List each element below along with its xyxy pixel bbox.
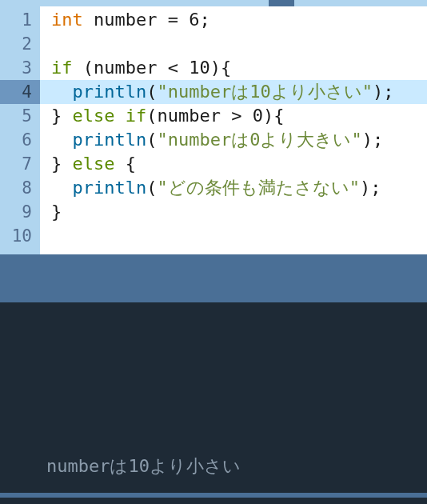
panel-divider (0, 254, 427, 302)
code-token: int (51, 10, 83, 30)
code-line[interactable]: } else if(number > 0){ (51, 104, 427, 128)
code-token (51, 178, 73, 198)
code-token (51, 130, 73, 150)
code-token: ); (362, 130, 384, 150)
code-token: > (221, 106, 253, 126)
code-token: 6 (189, 10, 199, 30)
code-token: 0 (253, 106, 263, 126)
code-token: "numberは10より小さい" (157, 82, 372, 102)
code-editor[interactable]: 12345678910 int number = 6;if (number < … (0, 0, 427, 254)
code-token: number (94, 10, 157, 30)
code-token: = (157, 10, 189, 30)
code-token: ); (360, 178, 381, 198)
code-token: ); (373, 82, 394, 102)
line-number: 2 (0, 32, 32, 56)
line-number: 7 (0, 152, 32, 176)
code-token (51, 82, 73, 102)
code-line[interactable]: int number = 6; (51, 8, 427, 32)
code-token: ){ (263, 106, 285, 126)
code-line[interactable]: if (number < 10){ (51, 56, 427, 80)
console-bottom-rule (0, 493, 427, 498)
line-number: 4 (0, 80, 40, 104)
line-number: 6 (0, 128, 32, 152)
code-token: println (73, 130, 147, 150)
code-token: println (73, 82, 147, 102)
code-token: { (114, 154, 136, 174)
code-line[interactable]: println("どの条件も満たさない"); (51, 176, 427, 200)
line-number-gutter: 12345678910 (0, 0, 40, 254)
code-token: "numberは0より大きい" (157, 130, 361, 150)
console-output: numberは10より小さい (46, 454, 241, 478)
code-token: if (51, 58, 73, 78)
line-number: 5 (0, 104, 32, 128)
code-line[interactable]: println("numberは10より小さい"); (40, 80, 427, 104)
code-token: ; (199, 10, 210, 30)
console-panel: numberは10より小さい (0, 302, 427, 504)
code-token: number (94, 58, 157, 78)
code-token: ( (73, 58, 94, 78)
line-number: 8 (0, 176, 32, 200)
code-token: 10 (189, 58, 210, 78)
code-line[interactable] (51, 32, 427, 56)
line-number: 10 (0, 224, 32, 248)
code-line[interactable]: } else { (51, 152, 427, 176)
code-token: ( (146, 106, 157, 126)
code-token: } (51, 202, 62, 222)
code-token (83, 10, 94, 30)
code-token: ){ (210, 58, 232, 78)
code-token: ( (146, 178, 157, 198)
code-line[interactable]: } (51, 200, 427, 224)
code-line[interactable]: println("numberは0より大きい"); (51, 128, 427, 152)
code-token: println (73, 178, 147, 198)
code-token: else if (73, 106, 147, 126)
code-token: "どの条件も満たさない" (157, 178, 360, 198)
line-number: 9 (0, 200, 32, 224)
code-area[interactable]: int number = 6;if (number < 10){ println… (40, 0, 427, 254)
code-token: < (157, 58, 189, 78)
code-line[interactable] (51, 224, 427, 248)
line-number: 3 (0, 56, 32, 80)
code-token: number (157, 106, 220, 126)
line-number: 1 (0, 8, 32, 32)
code-token: ( (146, 82, 157, 102)
code-token: ( (146, 130, 157, 150)
code-token: } (51, 106, 73, 126)
code-token: } (51, 154, 73, 174)
code-token: else (73, 154, 115, 174)
